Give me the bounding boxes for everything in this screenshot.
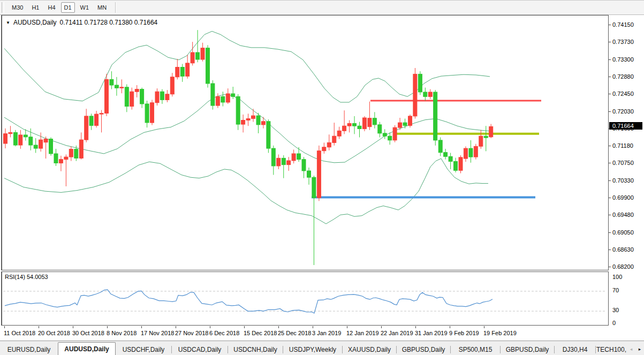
- candle-body: [479, 136, 483, 146]
- date-axis-label: 25 Dec 2018: [278, 330, 311, 336]
- candle-body: [464, 148, 467, 158]
- candle-body: [256, 116, 260, 125]
- candle-body: [434, 92, 437, 140]
- timeframe-button-h4[interactable]: H4: [44, 2, 58, 13]
- date-axis-tick: [484, 326, 484, 328]
- timeframe-button-h1[interactable]: H1: [28, 2, 42, 13]
- price-axis-tick: [609, 215, 611, 215]
- date-axis-label: 30 Oct 2018: [72, 330, 104, 336]
- candle-body: [9, 132, 12, 133]
- chart-tab-usdcnh-daily[interactable]: USDCNH,Daily: [228, 344, 283, 355]
- candle-body: [469, 148, 473, 157]
- tab-scroll-left-icon[interactable]: ◂: [627, 344, 635, 354]
- timeframe-button-m30[interactable]: M30: [9, 2, 26, 13]
- chart-title: ▼ AUDUSD,Daily 0.71411 0.71728 0.71380 0…: [6, 19, 157, 26]
- candle-body: [155, 92, 159, 103]
- candle-body: [54, 154, 58, 163]
- price-axis-tick: [609, 163, 611, 163]
- date-axis-tick: [73, 326, 73, 328]
- price-axis-label: 0.72450: [612, 90, 634, 97]
- candle-body: [373, 118, 376, 125]
- candle-body: [231, 94, 235, 96]
- date-axis-label: 11 Oct 2018: [4, 330, 35, 336]
- date-axis-tick: [39, 326, 39, 328]
- candle-body: [413, 74, 417, 116]
- candle-body: [271, 148, 275, 166]
- chart-tab-gbpusd-daily[interactable]: GBPUSD,Daily: [501, 344, 554, 355]
- chart-tab-usdjpy-weekly[interactable]: USDJPY,Weekly: [283, 344, 342, 355]
- tab-scroll-right-icon[interactable]: ▸: [635, 344, 644, 354]
- rsi-chart[interactable]: [2, 272, 608, 324]
- rsi-label: RSI(14) 54.0053: [5, 274, 48, 280]
- toolbar-grip-icon[interactable]: [2, 2, 4, 13]
- chart-tab-tech100-[interactable]: TECH100,: [596, 344, 627, 355]
- chart-tab-gbpusd-daily[interactable]: GBPUSD,Daily: [397, 344, 450, 355]
- chart-tab-xauusd-daily[interactable]: XAUUSD,Daily: [343, 344, 396, 355]
- date-axis-tick: [176, 326, 176, 328]
- candle-body: [44, 139, 48, 142]
- rsi-indicator-pane[interactable]: RSI(14) 54.0053: [1, 271, 609, 326]
- candle-body: [423, 92, 427, 96]
- chart-tab-audusd-daily[interactable]: AUDUSD,Daily: [58, 342, 116, 355]
- chart-tab-dj30-h4[interactable]: DJ30,H4: [555, 344, 595, 355]
- timeframe-button-w1[interactable]: W1: [77, 2, 93, 13]
- rsi-axis-label: 100: [612, 274, 622, 280]
- candle-body: [140, 89, 144, 104]
- candle-body: [261, 122, 265, 125]
- candle-body: [252, 116, 255, 118]
- price-axis-tick: [609, 111, 611, 112]
- date-axis-label: 8 Nov 2018: [107, 330, 137, 336]
- chart-symbol-label: AUDUSD,Daily: [13, 19, 57, 26]
- date-axis-label: 17 Nov 2018: [141, 330, 174, 336]
- chart-tab-eurusd-daily[interactable]: EURUSD,Daily: [0, 344, 58, 355]
- candle-body: [302, 160, 306, 171]
- candle-body: [85, 116, 88, 140]
- candle-body: [206, 48, 210, 84]
- date-axis-tick: [141, 326, 142, 328]
- candle-body: [449, 156, 452, 161]
- candle-body: [145, 104, 149, 123]
- candle-body: [358, 126, 361, 129]
- price-axis-label: 0.69480: [612, 212, 634, 218]
- chart-tab-usdchf-daily[interactable]: USDCHF,Daily: [116, 344, 171, 355]
- price-axis-label: 0.68630: [612, 246, 634, 253]
- candle-body: [246, 119, 250, 120]
- date-axis-tick: [107, 326, 108, 328]
- candle-body: [277, 158, 281, 166]
- chart-tab-usdcad-daily[interactable]: USDCAD,Daily: [172, 344, 228, 355]
- chart-dropdown-triangle-icon[interactable]: ▼: [6, 20, 10, 25]
- price-axis-label: 0.72030: [612, 108, 634, 115]
- candle-body: [95, 114, 99, 125]
- candle-body: [29, 137, 33, 145]
- price-axis-label: 0.72880: [612, 73, 634, 80]
- date-axis-label: 20 Oct 2018: [38, 330, 70, 336]
- candle-body: [347, 124, 351, 126]
- timeframe-button-mn[interactable]: MN: [94, 2, 110, 13]
- candle-body: [196, 52, 200, 59]
- date-axis[interactable]: 11 Oct 201820 Oct 201830 Oct 20188 Nov 2…: [0, 326, 644, 341]
- candle-body: [74, 149, 78, 158]
- price-chart-pane[interactable]: ▼ AUDUSD,Daily 0.71411 0.71728 0.71380 0…: [1, 15, 609, 270]
- price-axis-label: 0.74150: [612, 21, 634, 28]
- candle-body: [186, 63, 190, 76]
- chart-tab-sp500-m15[interactable]: SP500,M15: [451, 344, 500, 355]
- candle-body: [39, 140, 43, 148]
- date-axis-label: 3 Jan 2019: [312, 330, 341, 336]
- timeframe-toolbar: M30H1H4D1W1MN: [0, 1, 644, 15]
- price-axis[interactable]: 0.741500.737300.733000.728800.724500.720…: [609, 15, 644, 326]
- candle-body: [444, 153, 448, 157]
- candle-body: [454, 162, 458, 171]
- candle-body: [135, 89, 139, 92]
- price-axis-tick: [609, 267, 611, 267]
- candle-body: [378, 125, 382, 133]
- candle-body: [34, 145, 37, 148]
- price-axis-tick: [609, 77, 611, 77]
- candle-body: [484, 136, 488, 138]
- price-axis-tick: [609, 198, 611, 198]
- timeframe-button-d1[interactable]: D1: [61, 2, 75, 13]
- candlestick-chart[interactable]: [2, 16, 608, 269]
- date-axis-label: 12 Jan 2019: [346, 330, 379, 336]
- candle-body: [110, 79, 113, 85]
- date-axis-label: 19 Feb 2019: [483, 330, 517, 336]
- price-axis-label: 0.73730: [612, 39, 634, 45]
